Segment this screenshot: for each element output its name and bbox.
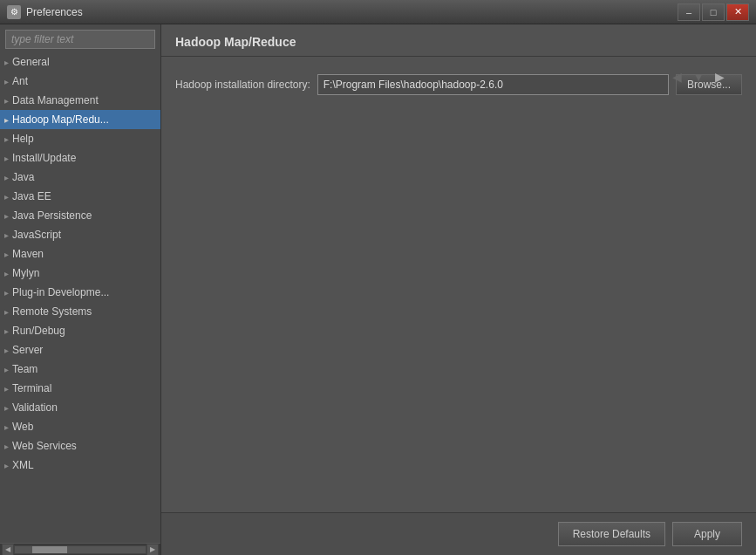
sidebar-item-21[interactable]: ▸XML bbox=[0, 456, 160, 475]
sidebar-item-label-15: Server bbox=[12, 344, 43, 356]
sidebar-item-label-7: Java EE bbox=[12, 190, 51, 202]
title-bar: ⚙ Preferences – □ ✕ bbox=[0, 0, 756, 24]
content-header: Hadoop Map/Reduce ◀ ▼ ▶ bbox=[161, 24, 756, 57]
sidebar-item-label-11: Mylyn bbox=[12, 267, 39, 279]
close-button[interactable]: ✕ bbox=[726, 3, 749, 21]
sidebar-item-7[interactable]: ▸Java EE bbox=[0, 187, 160, 206]
main-container: ▸General▸Ant▸Data Management▸Hadoop Map/… bbox=[0, 24, 756, 555]
sidebar-item-label-17: Terminal bbox=[12, 382, 51, 394]
content-header-row: Hadoop Map/Reduce ◀ ▼ ▶ bbox=[175, 35, 742, 49]
sidebar-item-label-10: Maven bbox=[12, 248, 44, 260]
sidebar-item-label-21: XML bbox=[12, 459, 34, 471]
sidebar-item-20[interactable]: ▸Web Services bbox=[0, 436, 160, 456]
sidebar-item-label-8: Java Persistence bbox=[12, 209, 92, 222]
sidebar-item-label-5: Install/Update bbox=[12, 152, 76, 164]
sidebar-item-1[interactable]: ▸Ant bbox=[0, 72, 160, 91]
sidebar-item-2[interactable]: ▸Data Management bbox=[0, 91, 160, 110]
sidebar-bullet-21: ▸ bbox=[4, 461, 9, 470]
scroll-left-btn[interactable]: ◀ bbox=[2, 544, 14, 556]
sidebar-item-15[interactable]: ▸Server bbox=[0, 340, 160, 360]
sidebar-item-label-6: Java bbox=[12, 171, 34, 183]
sidebar-bullet-11: ▸ bbox=[4, 269, 9, 278]
sidebar-item-label-16: Team bbox=[12, 363, 37, 375]
sidebar-bullet-15: ▸ bbox=[4, 346, 9, 355]
sidebar-item-19[interactable]: ▸Web bbox=[0, 417, 160, 436]
sidebar-item-6[interactable]: ▸Java bbox=[0, 168, 160, 187]
sidebar-bullet-19: ▸ bbox=[4, 422, 9, 432]
sidebar-bullet-0: ▸ bbox=[4, 58, 9, 67]
sidebar-item-14[interactable]: ▸Run/Debug bbox=[0, 321, 160, 340]
window-controls: – □ ✕ bbox=[678, 3, 749, 21]
filter-input[interactable] bbox=[5, 30, 155, 49]
sidebar-item-label-9: JavaScript bbox=[12, 229, 61, 241]
nav-arrows: ◀ ▼ ▶ bbox=[669, 68, 728, 86]
sidebar-bullet-9: ▸ bbox=[4, 230, 9, 240]
window-title: Preferences bbox=[26, 6, 678, 18]
sidebar-item-label-1: Ant bbox=[12, 75, 28, 87]
sidebar-bullet-4: ▸ bbox=[4, 134, 9, 144]
sidebar-list: ▸General▸Ant▸Data Management▸Hadoop Map/… bbox=[0, 52, 160, 543]
sidebar: ▸General▸Ant▸Data Management▸Hadoop Map/… bbox=[0, 24, 161, 555]
filter-wrap bbox=[0, 24, 160, 52]
sidebar-item-label-12: Plug-in Developme... bbox=[12, 286, 109, 298]
hadoop-dir-label: Hadoop installation directory: bbox=[175, 79, 310, 91]
sidebar-item-12[interactable]: ▸Plug-in Developme... bbox=[0, 283, 160, 302]
sidebar-scrollbar[interactable]: ◀ ▶ bbox=[0, 543, 160, 555]
sidebar-item-18[interactable]: ▸Validation bbox=[0, 398, 160, 417]
restore-defaults-button[interactable]: Restore Defaults bbox=[558, 522, 665, 546]
sidebar-item-3[interactable]: ▸Hadoop Map/Redu... bbox=[0, 110, 160, 129]
sidebar-bullet-8: ▸ bbox=[4, 211, 9, 221]
sidebar-item-label-2: Data Management bbox=[12, 94, 99, 106]
content-title: Hadoop Map/Reduce bbox=[175, 35, 296, 49]
sidebar-item-label-0: General bbox=[12, 56, 50, 68]
sidebar-bullet-12: ▸ bbox=[4, 288, 9, 298]
hadoop-dir-row: Hadoop installation directory: Browse... bbox=[175, 74, 742, 95]
sidebar-item-10[interactable]: ▸Maven bbox=[0, 244, 160, 264]
content-body: Hadoop installation directory: Browse... bbox=[161, 57, 756, 512]
nav-dropdown[interactable]: ▼ bbox=[689, 68, 708, 86]
scroll-track[interactable] bbox=[14, 545, 146, 554]
sidebar-item-label-3: Hadoop Map/Redu... bbox=[12, 113, 109, 126]
sidebar-item-label-13: Remote Systems bbox=[12, 305, 92, 318]
sidebar-item-9[interactable]: ▸JavaScript bbox=[0, 225, 160, 244]
sidebar-item-4[interactable]: ▸Help bbox=[0, 129, 160, 148]
scroll-right-btn[interactable]: ▶ bbox=[146, 544, 159, 556]
sidebar-bullet-13: ▸ bbox=[4, 307, 9, 317]
apply-button[interactable]: Apply bbox=[672, 522, 742, 546]
minimize-button[interactable]: – bbox=[678, 3, 700, 21]
content-area: Hadoop Map/Reduce ◀ ▼ ▶ Hadoop installat… bbox=[161, 24, 756, 555]
sidebar-item-label-14: Run/Debug bbox=[12, 325, 65, 337]
sidebar-item-5[interactable]: ▸Install/Update bbox=[0, 148, 160, 168]
sidebar-bullet-16: ▸ bbox=[4, 365, 9, 374]
sidebar-bullet-2: ▸ bbox=[4, 96, 9, 106]
sidebar-item-13[interactable]: ▸Remote Systems bbox=[0, 302, 160, 321]
sidebar-item-8[interactable]: ▸Java Persistence bbox=[0, 206, 160, 225]
back-arrow[interactable]: ◀ bbox=[669, 68, 685, 86]
forward-arrow[interactable]: ▶ bbox=[712, 68, 728, 86]
sidebar-item-label-20: Web Services bbox=[12, 440, 77, 452]
sidebar-item-17[interactable]: ▸Terminal bbox=[0, 379, 160, 398]
sidebar-item-11[interactable]: ▸Mylyn bbox=[0, 264, 160, 283]
sidebar-bullet-18: ▸ bbox=[4, 403, 9, 413]
sidebar-bullet-3: ▸ bbox=[4, 115, 9, 125]
maximize-button[interactable]: □ bbox=[702, 3, 725, 21]
sidebar-item-label-18: Validation bbox=[12, 401, 58, 414]
sidebar-bullet-20: ▸ bbox=[4, 442, 9, 451]
sidebar-item-label-19: Web bbox=[12, 421, 33, 433]
content-footer: Restore Defaults Apply bbox=[161, 512, 756, 555]
hadoop-dir-input[interactable] bbox=[317, 74, 669, 95]
sidebar-bullet-1: ▸ bbox=[4, 77, 9, 86]
sidebar-bullet-10: ▸ bbox=[4, 250, 9, 259]
scroll-thumb bbox=[32, 546, 67, 553]
sidebar-bullet-14: ▸ bbox=[4, 326, 9, 336]
sidebar-bullet-5: ▸ bbox=[4, 154, 9, 163]
sidebar-bullet-7: ▸ bbox=[4, 192, 9, 202]
app-icon: ⚙ bbox=[7, 5, 21, 19]
sidebar-bullet-17: ▸ bbox=[4, 384, 9, 394]
sidebar-bullet-6: ▸ bbox=[4, 173, 9, 182]
sidebar-item-label-4: Help bbox=[12, 133, 34, 145]
sidebar-item-0[interactable]: ▸General bbox=[0, 52, 160, 72]
sidebar-item-16[interactable]: ▸Team bbox=[0, 360, 160, 379]
